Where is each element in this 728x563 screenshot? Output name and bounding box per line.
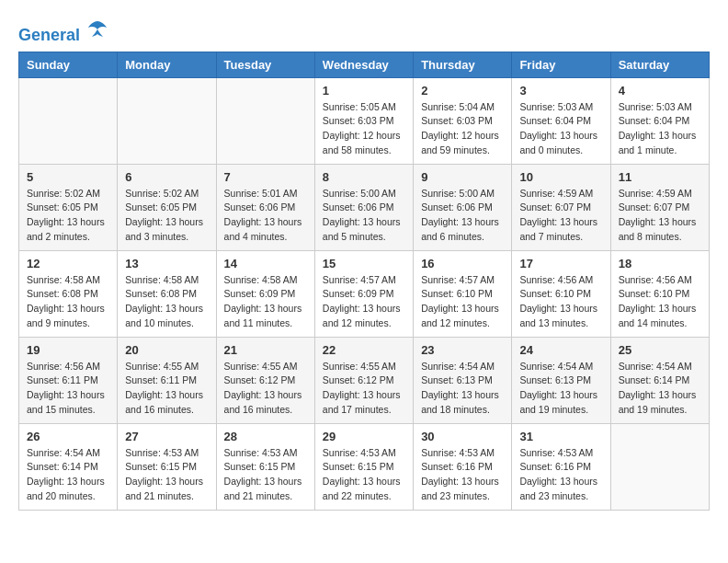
day-number: 11 [619,170,701,184]
day-number: 26 [27,430,109,443]
calendar-week-4: 19Sunrise: 4:56 AMSunset: 6:11 PMDayligh… [19,337,710,423]
day-info: Sunrise: 4:54 AMSunset: 6:13 PMDaylight:… [519,360,602,418]
day-number: 24 [519,343,602,357]
calendar-cell: 29Sunrise: 4:53 AMSunset: 6:15 PMDayligh… [314,423,413,510]
calendar-cell: 27Sunrise: 4:53 AMSunset: 6:15 PMDayligh… [118,423,216,510]
weekday-header-row: SundayMondayTuesdayWednesdayThursdayFrid… [19,52,710,77]
calendar-week-5: 26Sunrise: 4:54 AMSunset: 6:14 PMDayligh… [19,423,710,510]
day-info: Sunrise: 5:05 AMSunset: 6:03 PMDaylight:… [323,100,405,158]
day-info: Sunrise: 4:54 AMSunset: 6:13 PMDaylight:… [421,360,504,418]
calendar-cell: 24Sunrise: 4:54 AMSunset: 6:13 PMDayligh… [512,337,610,423]
weekday-header-friday: Friday [512,52,610,77]
day-info: Sunrise: 4:56 AMSunset: 6:10 PMDaylight:… [619,273,701,331]
calendar-cell: 28Sunrise: 4:53 AMSunset: 6:15 PMDayligh… [216,423,314,510]
calendar-cell: 2Sunrise: 5:04 AMSunset: 6:03 PMDaylight… [414,77,512,164]
day-number: 21 [224,343,307,357]
calendar-week-2: 5Sunrise: 5:02 AMSunset: 6:05 PMDaylight… [19,164,710,250]
calendar-table: SundayMondayTuesdayWednesdayThursdayFrid… [18,52,710,511]
day-info: Sunrise: 4:58 AMSunset: 6:09 PMDaylight:… [224,273,307,331]
day-info: Sunrise: 4:54 AMSunset: 6:14 PMDaylight:… [27,446,109,504]
day-info: Sunrise: 4:56 AMSunset: 6:11 PMDaylight:… [27,360,109,418]
day-number: 9 [421,170,504,184]
day-number: 3 [519,84,602,98]
calendar-cell: 31Sunrise: 4:53 AMSunset: 6:16 PMDayligh… [512,423,610,510]
logo: General [18,18,108,42]
day-info: Sunrise: 4:53 AMSunset: 6:15 PMDaylight:… [125,446,208,504]
weekday-header-monday: Monday [118,52,216,77]
day-number: 31 [519,430,602,443]
weekday-header-thursday: Thursday [414,52,512,77]
day-info: Sunrise: 4:57 AMSunset: 6:10 PMDaylight:… [421,273,504,331]
day-info: Sunrise: 5:00 AMSunset: 6:06 PMDaylight:… [323,187,405,245]
calendar-cell [216,77,314,164]
calendar-cell: 9Sunrise: 5:00 AMSunset: 6:06 PMDaylight… [414,164,512,250]
day-info: Sunrise: 5:03 AMSunset: 6:04 PMDaylight:… [519,100,602,158]
calendar-cell: 3Sunrise: 5:03 AMSunset: 6:04 PMDaylight… [512,77,610,164]
day-info: Sunrise: 4:53 AMSunset: 6:15 PMDaylight:… [323,446,405,504]
day-number: 14 [224,257,307,270]
day-info: Sunrise: 4:53 AMSunset: 6:15 PMDaylight:… [224,446,307,504]
weekday-header-wednesday: Wednesday [314,52,413,77]
calendar-cell: 30Sunrise: 4:53 AMSunset: 6:16 PMDayligh… [414,423,512,510]
calendar-cell: 15Sunrise: 4:57 AMSunset: 6:09 PMDayligh… [314,250,413,337]
day-number: 5 [27,170,109,184]
calendar-cell [610,423,709,510]
calendar-cell: 7Sunrise: 5:01 AMSunset: 6:06 PMDaylight… [216,164,314,250]
day-number: 6 [125,170,208,184]
day-info: Sunrise: 5:04 AMSunset: 6:03 PMDaylight:… [421,100,504,158]
calendar-cell: 1Sunrise: 5:05 AMSunset: 6:03 PMDaylight… [314,77,413,164]
day-number: 18 [619,257,701,270]
day-number: 8 [323,170,405,184]
calendar-cell: 13Sunrise: 4:58 AMSunset: 6:08 PMDayligh… [118,250,216,337]
day-info: Sunrise: 5:02 AMSunset: 6:05 PMDaylight:… [27,187,109,245]
calendar-cell: 25Sunrise: 4:54 AMSunset: 6:14 PMDayligh… [610,337,709,423]
weekday-header-tuesday: Tuesday [216,52,314,77]
day-info: Sunrise: 4:59 AMSunset: 6:07 PMDaylight:… [619,187,701,245]
calendar-week-1: 1Sunrise: 5:05 AMSunset: 6:03 PMDaylight… [19,77,710,164]
calendar-cell: 26Sunrise: 4:54 AMSunset: 6:14 PMDayligh… [19,423,118,510]
logo-text: General [18,18,108,46]
day-info: Sunrise: 4:53 AMSunset: 6:16 PMDaylight:… [519,446,602,504]
day-number: 30 [421,430,504,443]
day-number: 20 [125,343,208,357]
calendar-cell: 6Sunrise: 5:02 AMSunset: 6:05 PMDaylight… [118,164,216,250]
day-number: 4 [619,84,701,98]
day-number: 25 [619,343,701,357]
page-header: General [18,18,710,42]
day-info: Sunrise: 4:55 AMSunset: 6:12 PMDaylight:… [224,360,307,418]
calendar-cell: 19Sunrise: 4:56 AMSunset: 6:11 PMDayligh… [19,337,118,423]
calendar-cell: 14Sunrise: 4:58 AMSunset: 6:09 PMDayligh… [216,250,314,337]
day-info: Sunrise: 5:01 AMSunset: 6:06 PMDaylight:… [224,187,307,245]
day-info: Sunrise: 5:02 AMSunset: 6:05 PMDaylight:… [125,187,208,245]
day-number: 1 [323,84,405,98]
calendar-cell [19,77,118,164]
day-info: Sunrise: 4:54 AMSunset: 6:14 PMDaylight:… [619,360,701,418]
calendar-cell: 4Sunrise: 5:03 AMSunset: 6:04 PMDaylight… [610,77,709,164]
calendar-cell: 16Sunrise: 4:57 AMSunset: 6:10 PMDayligh… [414,250,512,337]
day-number: 22 [323,343,405,357]
calendar-cell: 11Sunrise: 4:59 AMSunset: 6:07 PMDayligh… [610,164,709,250]
calendar-week-3: 12Sunrise: 4:58 AMSunset: 6:08 PMDayligh… [19,250,710,337]
calendar-cell: 12Sunrise: 4:58 AMSunset: 6:08 PMDayligh… [19,250,118,337]
day-info: Sunrise: 5:03 AMSunset: 6:04 PMDaylight:… [619,100,701,158]
day-info: Sunrise: 4:56 AMSunset: 6:10 PMDaylight:… [519,273,602,331]
calendar-cell: 23Sunrise: 4:54 AMSunset: 6:13 PMDayligh… [414,337,512,423]
day-number: 28 [224,430,307,443]
calendar-cell: 18Sunrise: 4:56 AMSunset: 6:10 PMDayligh… [610,250,709,337]
day-number: 17 [519,257,602,270]
logo-bird-icon [86,18,108,40]
day-number: 23 [421,343,504,357]
calendar-cell: 17Sunrise: 4:56 AMSunset: 6:10 PMDayligh… [512,250,610,337]
day-info: Sunrise: 4:58 AMSunset: 6:08 PMDaylight:… [125,273,208,331]
day-info: Sunrise: 4:53 AMSunset: 6:16 PMDaylight:… [421,446,504,504]
day-number: 2 [421,84,504,98]
day-number: 29 [323,430,405,443]
day-number: 15 [323,257,405,270]
day-info: Sunrise: 4:55 AMSunset: 6:11 PMDaylight:… [125,360,208,418]
calendar-cell: 21Sunrise: 4:55 AMSunset: 6:12 PMDayligh… [216,337,314,423]
calendar-cell: 22Sunrise: 4:55 AMSunset: 6:12 PMDayligh… [314,337,413,423]
calendar-cell: 5Sunrise: 5:02 AMSunset: 6:05 PMDaylight… [19,164,118,250]
calendar-cell [118,77,216,164]
weekday-header-saturday: Saturday [610,52,709,77]
day-number: 10 [519,170,602,184]
